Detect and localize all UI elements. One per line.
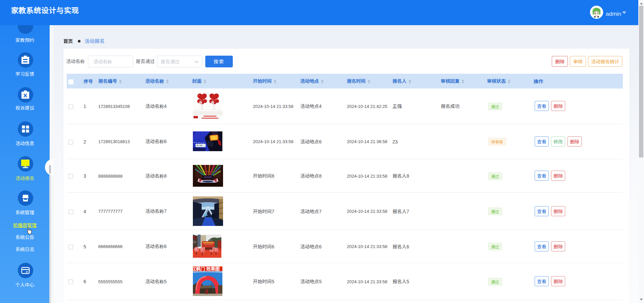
svg-text:红枫门 效果图: 红枫门 效果图 bbox=[193, 266, 220, 272]
